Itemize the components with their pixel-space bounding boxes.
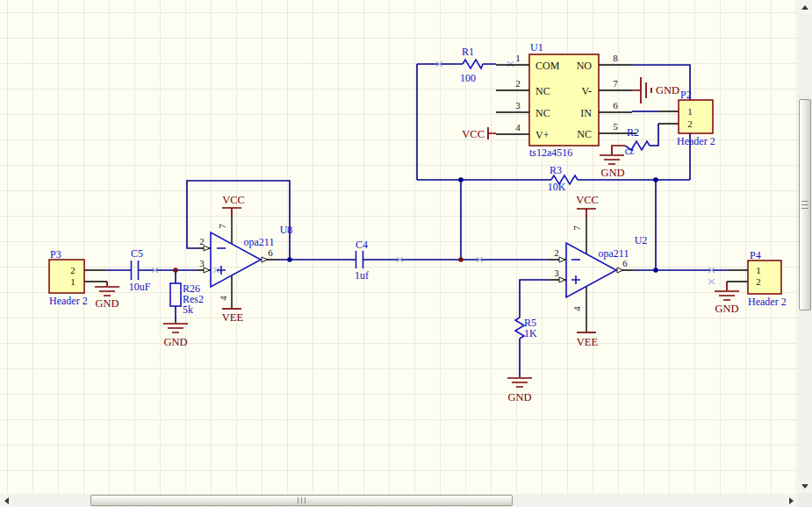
- right-arrow-icon: [789, 497, 794, 504]
- u1-pin-number: 8: [613, 53, 618, 63]
- p2-body[interactable]: [679, 100, 713, 133]
- c5-designator[interactable]: C5: [131, 247, 143, 260]
- p2-designator[interactable]: P2: [680, 89, 692, 101]
- schematic-editor: U1 ts12a4516 1 2 3 4 8 7 6 5 COM NC NC V…: [0, 0, 812, 507]
- gnd-label: GND: [163, 336, 187, 348]
- u2-pin-number: 4: [571, 306, 582, 311]
- c4-value[interactable]: 1uf: [355, 269, 369, 282]
- u1-pin-number: 6: [613, 100, 618, 111]
- u1-pin-name: V-: [581, 85, 592, 97]
- u2-pin-number: 3: [554, 268, 559, 278]
- up-arrow-icon: [801, 5, 808, 10]
- r2-value[interactable]: cz: [625, 145, 635, 157]
- u2-pin-number: 6: [622, 258, 628, 268]
- r5-value[interactable]: 1K: [524, 327, 537, 339]
- vertical-scrollbar[interactable]: [798, 0, 812, 494]
- p3-pin-number: 2: [70, 265, 75, 275]
- down-arrow-icon: [801, 484, 808, 489]
- gnd-label: GND: [656, 84, 679, 96]
- r1-designator[interactable]: R1: [462, 46, 474, 58]
- scroll-left-button[interactable]: [0, 494, 12, 507]
- u1-pin-name: NC: [535, 107, 550, 119]
- c5-value[interactable]: 10uF: [129, 281, 151, 293]
- u1-pin-name: V+: [535, 129, 550, 141]
- u8-part[interactable]: opa211: [244, 236, 275, 248]
- p3-designator[interactable]: P3: [50, 248, 61, 261]
- p4-body[interactable]: [748, 261, 781, 294]
- gnd-label: GND: [507, 391, 531, 403]
- r1-value[interactable]: 100: [460, 72, 476, 84]
- p2-pin-number: 2: [687, 118, 693, 129]
- u1-pin-name: IN: [580, 107, 592, 119]
- left-arrow-icon: [4, 497, 9, 504]
- schematic-canvas[interactable]: U1 ts12a4516 1 2 3 4 8 7 6 5 COM NC NC V…: [0, 0, 812, 507]
- scroll-down-button[interactable]: [798, 479, 812, 493]
- vee-label: VEE: [577, 336, 599, 348]
- scroll-up-button[interactable]: [798, 0, 812, 14]
- vcc-label: VCC: [222, 194, 245, 206]
- vee-port-u8[interactable]: VEE: [222, 309, 244, 324]
- u1-pin-name: NO: [577, 60, 593, 72]
- u8-pin-number: 6: [268, 247, 273, 258]
- r3-designator[interactable]: R3: [550, 164, 562, 176]
- u8-designator[interactable]: U8: [280, 224, 293, 236]
- u8-pin-number: 3: [199, 258, 205, 268]
- gnd-label: GND: [600, 167, 624, 179]
- u2-designator[interactable]: U2: [635, 234, 648, 246]
- u1-pin-number: 4: [515, 122, 521, 132]
- r2-designator[interactable]: R2: [627, 126, 639, 139]
- u1-pin-number: 5: [613, 121, 618, 132]
- horizontal-scroll-thumb[interactable]: [90, 495, 513, 506]
- r26-value[interactable]: 5k: [183, 303, 193, 316]
- scrollbar-corner: [798, 494, 812, 507]
- p3-pin-number: 1: [70, 276, 75, 287]
- vcc-label: VCC: [462, 128, 485, 140]
- p4-designator[interactable]: P4: [750, 249, 761, 261]
- u1-pin-number: 1: [515, 53, 521, 63]
- vcc-label: VCC: [576, 194, 599, 206]
- u2-pin-number: 2: [554, 247, 559, 258]
- p4-pin-number: 1: [756, 265, 761, 275]
- sheet-grid: [0, 0, 798, 494]
- u1-pin-number: 2: [515, 78, 521, 89]
- u1-pin-number: 3: [515, 100, 521, 111]
- p2-part[interactable]: Header 2: [677, 135, 715, 147]
- u1-designator[interactable]: U1: [530, 41, 543, 54]
- u1-pin-name: NC: [577, 128, 592, 140]
- gnd-label: GND: [715, 303, 738, 315]
- vee-label: VEE: [222, 311, 244, 324]
- p3-body[interactable]: [49, 260, 84, 293]
- p2-pin-number: 1: [687, 106, 693, 117]
- r3-value[interactable]: 10K: [548, 181, 566, 193]
- horizontal-scrollbar[interactable]: [0, 494, 798, 507]
- gnd-label: GND: [95, 297, 119, 310]
- c4-designator[interactable]: C4: [356, 239, 368, 251]
- u1-part[interactable]: ts12a4516: [529, 146, 572, 159]
- u8-pin-number: 2: [199, 236, 205, 246]
- u1-pin-name: NC: [535, 85, 550, 97]
- u8-pin-number: 4: [218, 296, 228, 301]
- p4-part[interactable]: Header 2: [748, 296, 787, 308]
- u1-pin-name: COM: [535, 60, 560, 72]
- u2-pin-number: 7: [571, 225, 582, 231]
- scroll-right-button[interactable]: [785, 494, 797, 507]
- p3-part[interactable]: Header 2: [49, 295, 88, 307]
- vertical-scroll-thumb[interactable]: [799, 99, 811, 311]
- u1-pin-number: 7: [613, 78, 618, 89]
- u8-pin-number: 7: [217, 224, 227, 229]
- p4-pin-number: 2: [756, 276, 761, 287]
